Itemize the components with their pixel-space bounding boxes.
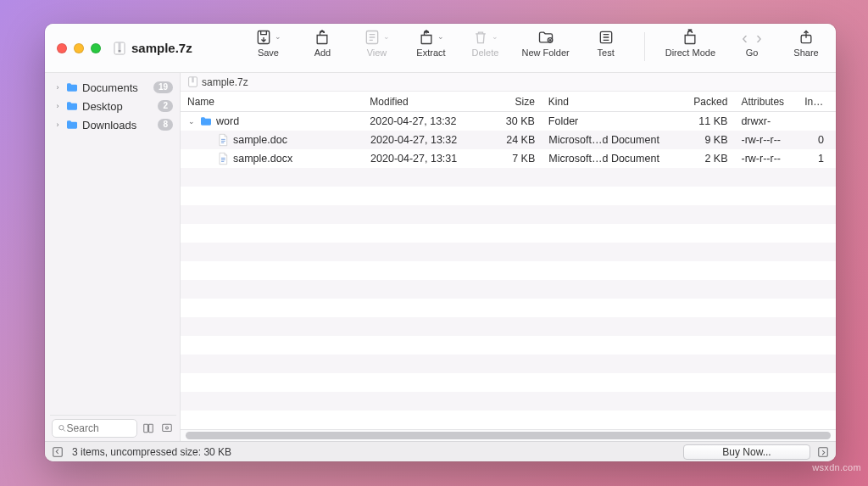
table-row[interactable]: ⌄word2020-04-27, 13:3230 KBFolder11 KBdr… — [181, 112, 836, 131]
column-header-packed[interactable]: Packed — [681, 96, 734, 108]
svg-rect-10 — [149, 424, 153, 432]
folder-icon — [65, 118, 79, 131]
titlebar: sample.7z ⌄ Save Add ⌄ View — [45, 24, 836, 73]
title-text: sample.7z — [131, 41, 201, 55]
cell-attributes: -rw-r--r-- — [735, 134, 798, 146]
count-badge: 8 — [158, 119, 173, 131]
sidebar-bottom — [50, 415, 176, 441]
status-left-icon[interactable] — [50, 444, 65, 460]
search-input[interactable] — [67, 422, 131, 434]
count-badge: 19 — [153, 81, 173, 93]
cell-size: 30 KB — [487, 115, 541, 127]
sidebar-item-label: Documents — [82, 81, 138, 94]
column-header-modified[interactable]: Modified — [363, 96, 487, 108]
chevron-right-icon: › — [53, 120, 62, 129]
direct-mode-icon — [682, 29, 698, 46]
window-controls — [57, 43, 101, 53]
zoom-button[interactable] — [91, 43, 101, 53]
column-header-index[interactable]: Index — [798, 96, 836, 108]
cell-index: 1 — [798, 153, 836, 165]
svg-rect-16 — [819, 447, 828, 456]
direct-mode-button[interactable]: Direct Mode — [665, 29, 715, 58]
svg-rect-15 — [53, 447, 63, 456]
table-body: ⌄word2020-04-27, 13:3230 KBFolder11 KBdr… — [181, 112, 836, 429]
cell-packed: 9 KB — [681, 134, 734, 146]
delete-icon: ⌄ — [472, 29, 498, 46]
file-name: sample.doc — [233, 134, 287, 146]
svg-rect-14 — [192, 77, 193, 83]
extract-icon: ⌄ — [418, 29, 444, 46]
view-button[interactable]: ⌄ View — [359, 29, 394, 58]
share-button[interactable]: Share — [788, 29, 824, 58]
back-arrow-icon: ‹ — [742, 29, 748, 46]
add-button[interactable]: Add — [304, 29, 340, 58]
sidebar-item-label: Desktop — [82, 100, 123, 113]
new-folder-icon — [537, 29, 555, 46]
app-window: sample.7z ⌄ Save Add ⌄ View — [45, 24, 836, 461]
cell-modified: 2020-04-27, 13:31 — [364, 153, 488, 165]
svg-rect-9 — [144, 424, 148, 432]
watermark: wsxdn.com — [812, 462, 861, 472]
cell-attributes: drwxr- — [734, 115, 798, 127]
folder-icon — [65, 81, 79, 94]
folder-icon — [199, 115, 213, 128]
archive-icon — [113, 42, 126, 55]
svg-rect-1 — [119, 42, 121, 50]
cell-kind: Folder — [542, 115, 681, 127]
go-button[interactable]: ‹ › Go — [734, 29, 770, 58]
sidebar-layout-icon[interactable] — [141, 421, 156, 436]
search-field[interactable] — [52, 419, 137, 438]
svg-rect-11 — [163, 424, 172, 431]
file-name: word — [216, 115, 239, 127]
status-right-icon[interactable] — [815, 444, 831, 460]
column-header-attributes[interactable]: Attributes — [734, 96, 798, 108]
go-icon: ‹ › — [742, 29, 761, 46]
path-bar[interactable]: sample.7z — [181, 73, 836, 92]
forward-arrow-icon: › — [756, 29, 762, 46]
cell-attributes: -rw-r--r-- — [735, 153, 798, 165]
new-folder-button[interactable]: New Folder — [521, 29, 569, 58]
search-icon — [58, 423, 67, 433]
share-icon — [798, 29, 815, 46]
test-button[interactable]: Test — [588, 29, 624, 58]
sidebar-item-desktop[interactable]: › Desktop 2 — [50, 97, 176, 115]
extract-button[interactable]: ⌄ Extract — [413, 29, 448, 58]
sidebar-item-documents[interactable]: › Documents 19 — [50, 78, 176, 97]
count-badge: 2 — [158, 100, 173, 112]
add-icon — [314, 29, 331, 46]
buy-now-button[interactable]: Buy Now... — [683, 444, 810, 460]
path-segment: sample.7z — [202, 76, 248, 88]
chevron-right-icon: › — [53, 102, 62, 110]
scroll-thumb[interactable] — [186, 432, 831, 439]
archive-icon — [187, 76, 198, 87]
disclosure-icon[interactable]: ⌄ — [187, 117, 196, 126]
table-row[interactable]: sample.docx2020-04-27, 13:317 KBMicrosof… — [181, 149, 836, 168]
svg-rect-2 — [119, 50, 121, 53]
cell-size: 7 KB — [488, 153, 542, 165]
cell-packed: 2 KB — [681, 153, 734, 165]
sidebar-item-downloads[interactable]: › Downloads 8 — [50, 115, 176, 134]
column-header-size[interactable]: Size — [487, 96, 541, 108]
document-icon — [216, 152, 230, 165]
cell-size: 24 KB — [488, 134, 542, 146]
cell-kind: Microsoft…d Document — [542, 153, 681, 165]
file-name: sample.docx — [233, 153, 292, 165]
view-icon: ⌄ — [364, 29, 390, 46]
minimize-button[interactable] — [74, 43, 84, 53]
save-button[interactable]: ⌄ Save — [250, 29, 286, 58]
table-row[interactable]: sample.doc2020-04-27, 13:3224 KBMicrosof… — [181, 131, 836, 149]
delete-button[interactable]: ⌄ Delete — [467, 29, 503, 58]
column-header-kind[interactable]: Kind — [542, 96, 681, 108]
chevron-right-icon: › — [53, 83, 62, 92]
cell-packed: 11 KB — [681, 115, 734, 127]
sidebar: › Documents 19 › Desktop 2 › Downloads 8 — [45, 73, 181, 441]
svg-point-8 — [59, 425, 64, 429]
close-button[interactable] — [57, 43, 67, 53]
status-text: 3 items, uncompressed size: 30 KB — [65, 446, 238, 458]
cell-kind: Microsoft…d Document — [542, 134, 681, 146]
horizontal-scrollbar[interactable] — [181, 429, 836, 441]
window-title: sample.7z — [113, 41, 201, 55]
status-bar: 3 items, uncompressed size: 30 KB Buy No… — [45, 441, 836, 461]
column-header-name[interactable]: Name — [181, 96, 363, 108]
sidebar-preview-icon[interactable] — [159, 421, 175, 436]
